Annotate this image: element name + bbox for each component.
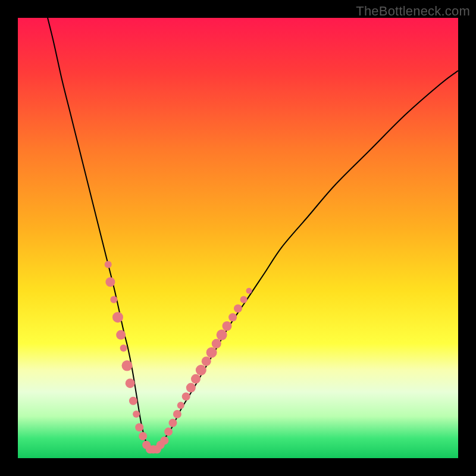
marker-dot [139,432,147,440]
marker-dot [160,436,168,444]
marker-dot [186,383,196,393]
marker-dot [206,347,217,358]
marker-dot [217,330,227,340]
marker-dot [116,330,126,340]
marker-dot [126,378,135,388]
marker-dot [202,356,211,366]
marker-dot [129,397,137,405]
marker-dot [173,410,181,418]
marker-dot [105,277,115,287]
marker-dot [240,296,248,303]
marker-dot [228,313,237,321]
watermark-text: TheBottleneck.com [356,4,470,19]
marker-dot [168,419,177,427]
marker-dot [191,374,201,384]
highlight-markers [18,18,458,458]
marker-dot [246,288,252,294]
marker-dot [110,296,117,303]
marker-dot [164,428,173,436]
marker-dot [234,304,242,312]
frame: TheBottleneck.com [0,0,476,476]
plot-area [18,18,458,458]
marker-dot [212,339,221,349]
marker-dot [122,361,133,371]
marker-dot [120,345,127,352]
marker-dot [177,402,184,409]
marker-dot [105,261,112,268]
marker-dot [135,423,143,431]
marker-dot [133,411,140,418]
marker-dot [182,392,190,400]
marker-dot [196,365,206,375]
marker-dot [112,312,123,322]
marker-dot [223,321,232,331]
